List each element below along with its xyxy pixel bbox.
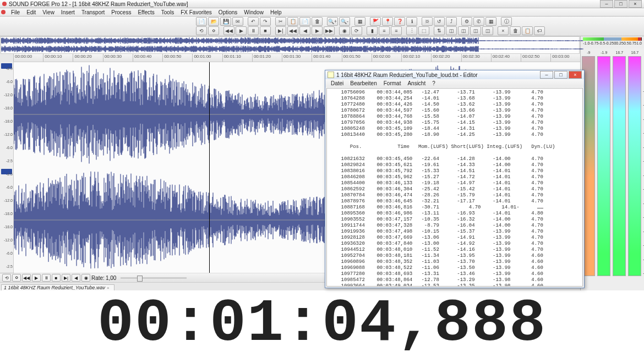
toolbar-button[interactable]: ✉ bbox=[232, 17, 243, 26]
overview-waveform[interactable] bbox=[1, 36, 580, 54]
vertical-meters: -9-1.916.716.712-6-18-21-24-30-36-42-48-… bbox=[581, 48, 644, 290]
menu-options[interactable]: Options bbox=[215, 9, 241, 15]
editor-menu-ansicht[interactable]: Ansicht bbox=[404, 80, 429, 86]
toolbar-button[interactable]: ◀ bbox=[299, 26, 310, 35]
editor-minimize-button[interactable]: – bbox=[540, 71, 553, 79]
toolbar-button[interactable]: 📄 bbox=[196, 17, 207, 26]
menu-effects[interactable]: Effects bbox=[134, 9, 157, 15]
toolbar-button[interactable]: ⤴ bbox=[446, 17, 457, 26]
waveform-area[interactable]: -2.5-6.0-12.0-18.0-18.0-12.0-6.0-2.5 -2.… bbox=[14, 62, 580, 273]
toolbar-button[interactable]: 📋 bbox=[287, 17, 298, 26]
transport-button[interactable]: ⭘ bbox=[12, 274, 21, 282]
toolbar-button[interactable]: ≡ bbox=[379, 26, 390, 35]
toolbar-button[interactable]: ↺ bbox=[434, 17, 445, 26]
transport-button[interactable]: ⏸ bbox=[42, 274, 51, 282]
vertical-meter-3[interactable]: 16.7 bbox=[613, 51, 626, 276]
toolbar-button[interactable]: ◀◀ bbox=[287, 26, 298, 35]
toolbar-button[interactable]: ⛭ bbox=[422, 17, 433, 26]
toolbar-button[interactable]: ◫ bbox=[470, 26, 481, 35]
toolbar-button[interactable]: ▶▶ bbox=[324, 26, 335, 35]
toolbar-button[interactable]: ◉ bbox=[339, 26, 350, 35]
close-button[interactable]: × bbox=[629, 0, 642, 8]
toolbar-button[interactable]: 📋 bbox=[522, 26, 533, 35]
toolbar-button[interactable]: 📄 bbox=[299, 17, 310, 26]
transport-button[interactable]: ▶ bbox=[32, 274, 41, 282]
editor-menu-datei[interactable]: Datei bbox=[328, 80, 347, 86]
toolbar-button[interactable]: ⋮ bbox=[406, 26, 417, 35]
toolbar-button[interactable]: 🗑 bbox=[510, 26, 521, 35]
menu-window[interactable]: Window bbox=[241, 9, 267, 15]
menu-view[interactable]: View bbox=[39, 9, 58, 15]
toolbar-button[interactable]: ◫ bbox=[482, 26, 493, 35]
toolbar-button[interactable]: 🚩 bbox=[370, 17, 381, 26]
toolbar-button[interactable]: 🏷 bbox=[534, 26, 545, 35]
toolbar-button[interactable]: ▶| bbox=[275, 26, 286, 35]
toolbar-button[interactable]: ✆ bbox=[473, 17, 484, 26]
toolbar-button[interactable]: ⬚ bbox=[418, 26, 429, 35]
editor-titlebar[interactable]: 1 16bit 48KHZ Raum Reduziert_YouTube_lou… bbox=[325, 70, 584, 79]
transport-button[interactable]: ⟲ bbox=[2, 274, 11, 282]
loudness-editor-window[interactable]: 1 16bit 48KHZ Raum Reduziert_YouTube_lou… bbox=[325, 70, 585, 288]
toolbar-button[interactable]: 🔍- bbox=[339, 17, 350, 26]
toolbar-button[interactable]: ℹ bbox=[406, 17, 417, 26]
editor-close-button[interactable]: × bbox=[569, 71, 582, 79]
vertical-meter-4[interactable]: 16.712-6-18-21-24-30-36-42-48-54-60-66-7… bbox=[628, 51, 641, 276]
menu-file[interactable]: File bbox=[8, 9, 23, 15]
toolbar-button[interactable]: ⏸ bbox=[248, 26, 259, 35]
menu-edit[interactable]: Edit bbox=[23, 9, 39, 15]
rate-slider[interactable] bbox=[121, 277, 187, 279]
toolbar-button[interactable]: ▶ bbox=[312, 26, 323, 35]
toolbar-button[interactable]: ❓ bbox=[394, 17, 405, 26]
menu-help[interactable]: Help bbox=[267, 9, 285, 15]
meters-panel: -1.0-0.75-0.5-0.2500.250.50.751.0 -9-1.9… bbox=[580, 36, 644, 290]
menu-process[interactable]: Process bbox=[108, 9, 134, 15]
toolbar-button[interactable]: 🔍+ bbox=[327, 17, 338, 26]
minimize-button[interactable]: – bbox=[600, 0, 613, 8]
toolbar-button[interactable]: ▦ bbox=[354, 17, 365, 26]
rate-label: Rate: bbox=[91, 275, 105, 281]
transport-button[interactable]: ◉ bbox=[81, 274, 90, 282]
toolbar-button[interactable]: 🗑 bbox=[312, 17, 323, 26]
toolbar-button[interactable]: ⟲ bbox=[196, 26, 207, 35]
menu-fx-favorites[interactable]: FX Favorites bbox=[177, 9, 215, 15]
app-icon bbox=[2, 2, 7, 6]
maximize-button[interactable]: □ bbox=[614, 0, 627, 8]
vertical-meter-2[interactable]: -1.9 bbox=[597, 51, 610, 276]
rate-slider-knob[interactable] bbox=[137, 276, 143, 282]
toolbar-button[interactable]: ⇅ bbox=[434, 26, 445, 35]
toolbar-button[interactable]: ↶ bbox=[248, 17, 259, 26]
playback-cursor[interactable] bbox=[209, 62, 210, 273]
toolbar-button[interactable]: ⚙ bbox=[461, 17, 472, 26]
transport-button[interactable]: ◀ bbox=[72, 274, 80, 282]
toolbar-button[interactable]: ⭘ bbox=[208, 26, 219, 35]
toolbar-button[interactable]: ▦ bbox=[485, 17, 496, 26]
editor-menu-format[interactable]: Format bbox=[380, 80, 405, 86]
editor-menu-?[interactable]: ? bbox=[429, 80, 439, 86]
toolbar-button[interactable]: ◫ bbox=[446, 26, 457, 35]
toolbar-button[interactable]: ■ bbox=[260, 26, 271, 35]
toolbar-button[interactable]: ▶ bbox=[236, 26, 247, 35]
toolbar-button[interactable]: 📍 bbox=[382, 17, 393, 26]
toolbar-button[interactable]: ◫ bbox=[458, 26, 469, 35]
toolbar-button[interactable]: ◀◀ bbox=[223, 26, 234, 35]
toolbar-button[interactable]: ⟳ bbox=[351, 26, 362, 35]
toolbar-button[interactable]: ≡ bbox=[391, 26, 402, 35]
time-ruler[interactable]: 00:00:0000:00:1000:00:2000:00:3000:00:40… bbox=[13, 54, 580, 62]
menu-bar: FileEditViewInsertTransportProcessEffect… bbox=[0, 8, 644, 16]
transport-button[interactable]: ■ bbox=[52, 274, 61, 282]
editor-maximize-button[interactable]: □ bbox=[554, 71, 567, 79]
transport-button[interactable]: ▶| bbox=[62, 274, 70, 282]
toolbar-button[interactable]: ↷ bbox=[260, 17, 271, 26]
toolbar-button[interactable]: 💾 bbox=[220, 17, 231, 26]
toolbar-button[interactable]: × bbox=[498, 26, 509, 35]
transport-button[interactable]: ◀◀ bbox=[22, 274, 31, 282]
toolbar-button[interactable]: 📂 bbox=[208, 17, 219, 26]
menu-insert[interactable]: Insert bbox=[58, 9, 78, 15]
toolbar-button[interactable]: ✂ bbox=[275, 17, 286, 26]
editor-menu-bearbeiten[interactable]: Bearbeiten bbox=[347, 80, 380, 86]
toolbar-button[interactable]: ▮ bbox=[367, 26, 378, 35]
editor-text[interactable]: 10756096 00:03:44,085 -12.47 -13.71 -13.… bbox=[326, 88, 583, 287]
menu-transport[interactable]: Transport bbox=[78, 9, 108, 15]
toolbar-button[interactable]: ⓘ bbox=[501, 17, 512, 26]
menu-tools[interactable]: Tools bbox=[158, 9, 177, 15]
